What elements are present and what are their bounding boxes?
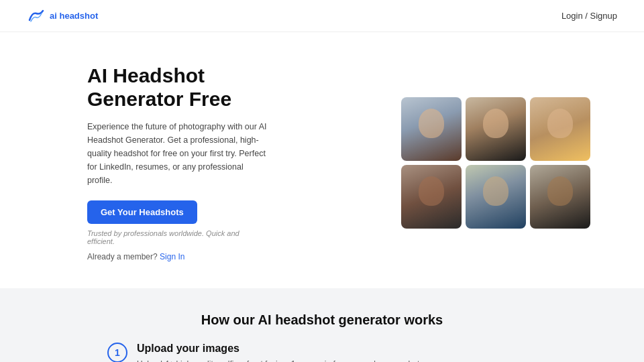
logo-text: ai headshot [50,11,98,21]
step-1-number: 1 [107,343,127,362]
face-overlay-6 [547,176,573,206]
hero-section: AI Headshot Generator Free Experience th… [0,32,644,288]
headshot-5 [466,165,526,229]
logo-icon [27,7,46,25]
headshot-6 [530,165,590,229]
already-member-text: Already a member? [87,252,158,261]
how-section-title: How our AI headshot generator works [27,312,617,328]
headshot-1 [401,97,462,161]
logo[interactable]: ai headshot [27,7,98,25]
logo-ai: ai [50,11,57,21]
hero-content: AI Headshot Generator Free Experience th… [87,64,268,261]
how-it-works-section: How our AI headshot generator works 1 Up… [0,288,644,362]
trusted-text: Trusted by professionals worldwide. Quic… [87,229,268,245]
login-signup-link[interactable]: Login / Signup [561,11,617,21]
headshot-grid [401,97,590,229]
headshot-3 [530,97,590,161]
step-1-heading: Upload your images [137,343,426,355]
step-1-content: Upload your images Upload 4+ high-qualit… [137,343,426,362]
face-overlay-3 [547,109,573,138]
sign-in-area: Already a member? Sign In [87,252,268,261]
step-1-description: Upload 4+ high-quality selfies: front fa… [137,358,426,362]
headshot-2 [466,97,526,161]
sign-in-link[interactable]: Sign In [160,252,184,261]
get-headshots-button[interactable]: Get Your Headshots [87,200,197,224]
site-header: ai headshot Login / Signup [0,0,644,32]
step-1-row: 1 Upload your images Upload 4+ high-qual… [27,343,617,362]
face-overlay-5 [483,176,508,206]
logo-headshot: headshot [59,11,98,21]
hero-title: AI Headshot Generator Free [87,64,268,111]
face-overlay-4 [419,176,444,206]
face-overlay-1 [419,109,444,138]
headshot-4 [401,165,462,229]
hero-description: Experience the future of photography wit… [87,120,268,187]
face-overlay-2 [483,109,508,138]
